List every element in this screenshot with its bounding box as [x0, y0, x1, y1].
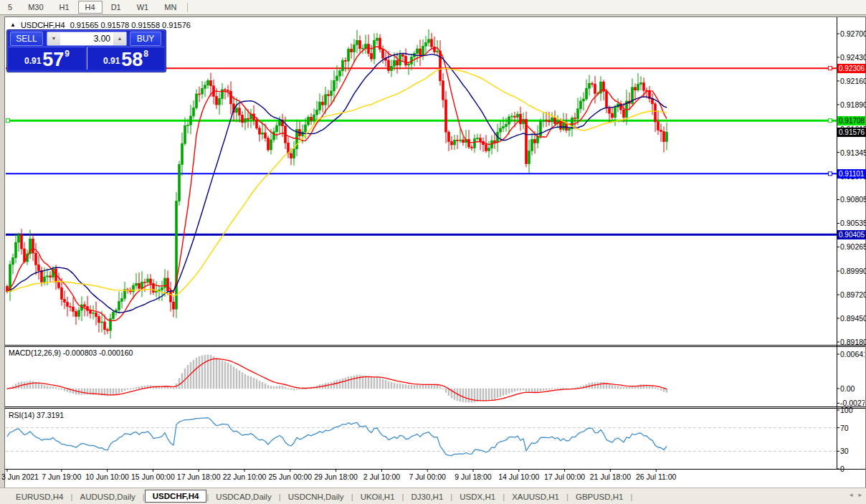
panel-collapse-icon[interactable]: ▲ [10, 22, 16, 28]
tab-scroll-left-icon[interactable]: ◂ [850, 491, 853, 498]
tab-usdcad[interactable]: USDCAD,Daily [209, 490, 278, 503]
tab-gbpusd[interactable]: GBPUSD,H1 [568, 490, 630, 503]
time-tick-label: 14 Jul 10:00 [498, 472, 539, 481]
rsi-tick: 70 [840, 424, 849, 432]
price-tick: 0.92700 [840, 29, 866, 38]
buy-price-prefix: 0.91 [103, 56, 120, 66]
price-tick: 0.89720 [840, 290, 866, 299]
tab-eurusd[interactable]: EURUSD,H4 [9, 490, 70, 503]
rsi-tick: 30 [840, 447, 849, 455]
price-tick: 0.92430 [840, 53, 866, 62]
timeframe-button-d1[interactable]: D1 [104, 1, 128, 14]
macd-tick: 0.00 [840, 384, 865, 393]
time-tick-label: 10 Jun 10:00 [85, 472, 129, 481]
price-badge: 0.92306 [837, 64, 866, 73]
time-tick-label: 26 Jul 11:00 [636, 472, 676, 481]
toolbar-separator [187, 3, 188, 12]
price-tick: 0.90805 [840, 195, 866, 204]
price-tick: 0.91345 [840, 148, 866, 157]
time-tick-label: 7 Jun 19:00 [42, 472, 81, 481]
time-tick-label: 7 Jul 00:00 [409, 472, 446, 481]
timeframe-button-mn[interactable]: MN [157, 1, 184, 14]
symbol-title: USDCHF,H4 [21, 21, 65, 29]
time-tick-label: 17 Jun 18:00 [177, 472, 221, 481]
sell-price-prefix: 0.91 [24, 56, 41, 66]
tab-audusd[interactable]: AUDUSD,Daily [72, 490, 142, 503]
price-badge: 0.91576 [837, 128, 866, 137]
volume-input[interactable] [60, 32, 113, 45]
ohlc-values: 0.91565 0.91578 0.91558 0.91576 [70, 21, 191, 29]
macd-tick: 0.006413 [840, 350, 865, 358]
sell-price-big: 57 [42, 52, 64, 68]
tab-scroll-nav: ◂ ▸ [850, 491, 862, 498]
time-tick-label: 2 Jul 10:00 [363, 472, 400, 481]
one-click-trade-panel: SELL ▼ ▲ BUY 0.91 57 9 0.91 58 8 [7, 30, 166, 72]
volume-increase-button[interactable]: ▲ [113, 32, 126, 45]
time-tick-label: 29 Jun 18:00 [314, 472, 358, 481]
rsi-tick: 100 [840, 406, 853, 414]
time-tick-label: 25 Jun 00:00 [268, 472, 312, 481]
price-tick: 0.90265 [840, 242, 866, 251]
time-tick-label: 21 Jul 18:00 [590, 472, 631, 481]
chart-info-line: ▲ USDCHF,H4 0.91565 0.91578 0.91558 0.91… [10, 21, 191, 29]
price-tick: 0.92160 [840, 77, 866, 85]
timeframe-button-5[interactable]: 5 [1, 1, 19, 14]
rsi-tick: 0 [840, 465, 844, 473]
time-tick-label: 9 Jul 18:00 [455, 472, 491, 481]
tab-xauusd[interactable]: XAUUSD,H1 [505, 490, 566, 503]
tab-usdchf[interactable]: USDCHF,H4 [145, 490, 207, 503]
buy-price-sup: 8 [143, 49, 148, 59]
time-tick-label: 15 Jun 00:00 [131, 472, 175, 481]
time-tick-label: 17 Jul 00:00 [544, 472, 585, 481]
tab-scroll-right-icon[interactable]: ▸ [858, 491, 862, 498]
rsi-label: RSI(14) 37.3191 [9, 411, 64, 419]
volume-stepper: ▼ ▲ [47, 32, 127, 46]
sell-price[interactable]: 0.91 57 9 [9, 47, 85, 70]
price-tick: 0.89180 [840, 338, 866, 346]
chart-tab-bar: EURUSD,H4|AUDUSD,Daily|USDCHF,H4|USDCAD,… [0, 488, 866, 504]
tab-dj30[interactable]: DJ30,H1 [404, 490, 451, 503]
buy-button[interactable]: BUY [130, 32, 161, 46]
price-tick: 0.89990 [840, 267, 866, 275]
timeframe-button-h1[interactable]: H1 [52, 1, 77, 14]
buy-price-big: 58 [121, 52, 143, 68]
macd-label: MACD(12,26,9) -0.000803 -0.000160 [9, 348, 133, 357]
sell-button[interactable]: SELL [10, 32, 43, 46]
price-badge: 0.91101 [837, 169, 866, 179]
timeframe-toolbar: 5M30H1H4D1W1MN [0, 0, 866, 15]
buy-price[interactable]: 0.91 58 8 [87, 47, 164, 70]
timeframe-button-h4[interactable]: H4 [78, 1, 103, 14]
price-tick: 0.89450 [840, 314, 866, 323]
timeframe-button-m30[interactable]: M30 [21, 1, 50, 14]
price-tick: 0.90535 [840, 219, 866, 227]
price-tick: 0.91890 [840, 100, 866, 109]
timeframe-button-w1[interactable]: W1 [130, 1, 156, 14]
chart-window[interactable] [4, 16, 866, 488]
tab-usdx[interactable]: USDX,H1 [452, 490, 503, 503]
price-badge: 0.90405 [837, 230, 866, 239]
volume-decrease-button[interactable]: ▼ [47, 32, 60, 45]
tab-usdcnh[interactable]: USDCNH,Daily [281, 490, 351, 503]
tab-ukoil[interactable]: UKOil,H1 [353, 490, 402, 503]
time-tick-label: 22 Jun 10:00 [223, 472, 267, 481]
tab-separator: | [630, 493, 632, 501]
sell-price-sup: 9 [65, 49, 70, 59]
price-badge: 0.91708 [837, 116, 866, 125]
time-tick-label: 3 Jun 2021 [1, 472, 39, 481]
